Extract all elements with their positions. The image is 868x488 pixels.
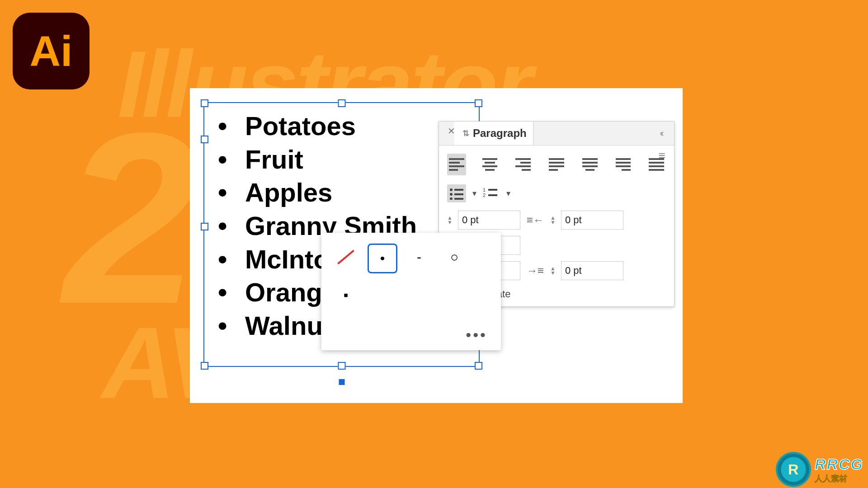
list-item-text: Apples: [245, 178, 332, 207]
stepper-icon[interactable]: ▲▼: [550, 216, 559, 225]
svg-rect-7: [488, 189, 497, 191]
svg-text:2: 2: [483, 192, 486, 198]
selection-handle[interactable]: [475, 362, 482, 370]
list-item: •Apples: [218, 176, 473, 209]
left-indent-field[interactable]: ▲▼ 0 pt: [447, 211, 520, 230]
watermark: R RRCG 人人素材: [776, 452, 863, 487]
alignment-row: [447, 154, 666, 175]
indent-row-1: ▲▼ 0 pt ≡← ▲▼ 0 pt: [447, 211, 666, 230]
list-item: •Fruit: [218, 143, 473, 176]
selection-handle[interactable]: [338, 362, 345, 370]
bullet-icon: •: [218, 276, 245, 309]
justify-left-button[interactable]: [547, 154, 566, 175]
selection-handle[interactable]: [338, 99, 345, 107]
svg-text:1: 1: [483, 187, 486, 192]
stepper-icon[interactable]: ▲▼: [550, 266, 559, 275]
bulleted-list-button[interactable]: [447, 184, 466, 202]
space-after-field[interactable]: ▲▼ 0 pt: [550, 261, 623, 280]
bullet-option-square[interactable]: ▪: [332, 282, 359, 309]
chevron-down-icon[interactable]: ▾: [506, 188, 510, 198]
justify-center-button[interactable]: [580, 154, 599, 175]
align-left-button[interactable]: [447, 154, 466, 175]
watermark-line2: 人人素材: [815, 473, 863, 484]
right-indent-value[interactable]: 0 pt: [561, 211, 623, 230]
right-indent-field[interactable]: ▲▼ 0 pt: [550, 211, 623, 230]
svg-rect-1: [454, 189, 463, 191]
chevron-down-icon[interactable]: ▾: [472, 188, 476, 198]
svg-rect-9: [488, 194, 497, 196]
illustrator-app-icon-label: Ai: [30, 27, 73, 76]
close-icon[interactable]: ✕: [444, 124, 458, 138]
panel-menu-icon[interactable]: ≡: [653, 147, 670, 164]
bullet-icon: •: [218, 143, 245, 176]
svg-rect-3: [454, 193, 463, 195]
selection-anchor[interactable]: [339, 379, 344, 385]
bullet-icon: •: [218, 309, 245, 343]
chevron-updown-icon: ⇅: [462, 128, 469, 138]
numbered-list-button[interactable]: 12: [481, 184, 500, 202]
selection-handle[interactable]: [201, 99, 208, 107]
svg-rect-5: [454, 198, 463, 200]
list-type-row: ▾ 12 ▾: [447, 184, 666, 202]
svg-point-2: [450, 193, 453, 196]
bullet-icon: •: [218, 176, 245, 209]
align-center-button[interactable]: [481, 154, 500, 175]
list-item-text: Potatoes: [245, 111, 356, 141]
illustrator-app-icon: Ai: [13, 13, 90, 89]
svg-point-4: [450, 197, 453, 200]
bullet-picker-popup[interactable]: • - ○ ▪ •••: [321, 233, 501, 350]
selection-handle[interactable]: [201, 362, 208, 370]
selection-handle[interactable]: [475, 99, 482, 107]
list-item-text: Fruit: [245, 145, 303, 174]
align-right-button[interactable]: [514, 154, 533, 175]
bullet-icon: •: [218, 209, 245, 243]
bullet-icon: •: [218, 243, 245, 276]
watermark-line1: RRCG: [815, 455, 863, 473]
selection-handle[interactable]: [201, 136, 208, 143]
tab-label: Paragraph: [473, 127, 527, 140]
tab-paragraph[interactable]: ⇅ Paragraph: [454, 122, 533, 145]
bullet-option-none[interactable]: [332, 244, 359, 271]
panel-tab-bar: ⇅ Paragraph: [439, 122, 674, 145]
svg-point-0: [450, 188, 453, 191]
stepper-icon[interactable]: ▲▼: [447, 216, 456, 225]
left-indent-value[interactable]: 0 pt: [458, 211, 520, 230]
collapse-icon[interactable]: ‹‹: [652, 124, 670, 141]
list-item: •Potatoes: [218, 109, 473, 143]
bullet-option-circle[interactable]: ○: [441, 244, 468, 271]
watermark-badge-icon: R: [776, 452, 811, 487]
bullet-icon: •: [218, 109, 245, 143]
bullet-option-grid: • - ○ ▪: [332, 244, 490, 309]
right-indent-icon: ≡←: [528, 214, 542, 226]
selection-handle[interactable]: [201, 223, 208, 230]
justify-right-button[interactable]: [614, 154, 633, 175]
space-after-icon: →≡: [528, 264, 542, 277]
space-after-value[interactable]: 0 pt: [561, 261, 623, 280]
watermark-text: RRCG 人人素材: [815, 455, 863, 484]
more-options-icon[interactable]: •••: [466, 326, 487, 344]
bullet-option-disc[interactable]: •: [368, 244, 397, 273]
bullet-option-dash[interactable]: -: [406, 244, 433, 271]
artboard: •Potatoes •Fruit •Apples •Granny Smith •…: [190, 88, 683, 403]
